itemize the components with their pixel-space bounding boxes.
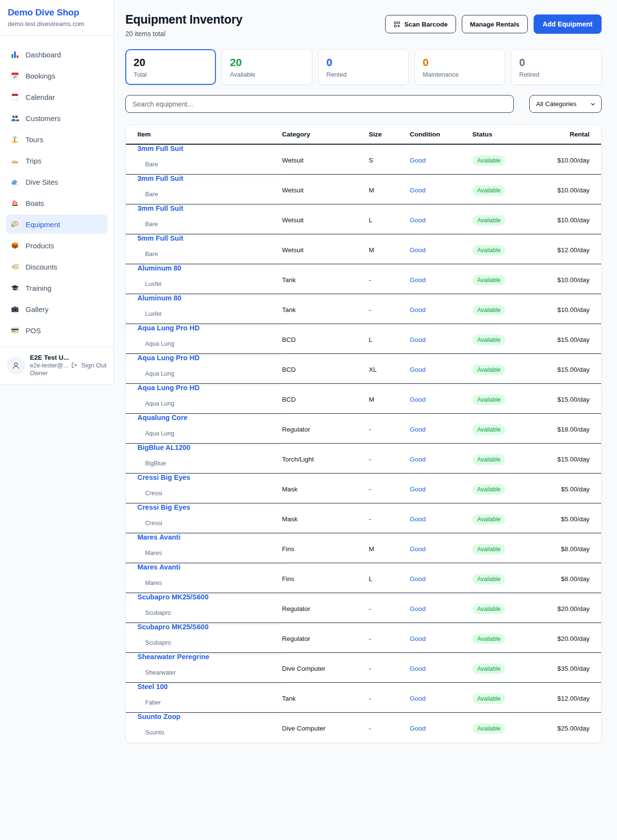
sidebar-item-tours[interactable]: Tours [6, 130, 107, 149]
item-category: Dive Computer [282, 665, 369, 672]
stat-card-maintenance[interactable]: 0 Maintenance [415, 49, 505, 85]
category-filter-value: All Categories [536, 100, 577, 108]
item-name-link[interactable]: Aluminum 80 [137, 294, 282, 302]
table-row-scubapro-mk25-s600: Scubapro MK25/S600 Scubapro Regulator - … [126, 623, 601, 653]
item-cell: 5mm Full Suit Bare [137, 234, 282, 266]
item-condition-link[interactable]: Good [410, 306, 472, 313]
stat-card-total[interactable]: 20 Total [125, 49, 216, 85]
sidebar-item-discounts[interactable]: Discounts [6, 257, 107, 276]
item-condition-link[interactable]: Good [410, 246, 472, 254]
item-rental: $12.00/day [550, 695, 590, 702]
item-name-link[interactable]: Scubapro MK25/S600 [137, 593, 282, 601]
item-name-link[interactable]: Steel 100 [137, 683, 282, 691]
item-name-link[interactable]: 3mm Full Suit [137, 145, 282, 152]
scan-barcode-button[interactable]: Scan Barcode [385, 15, 456, 33]
item-condition-link[interactable]: Good [410, 456, 472, 463]
item-condition-link[interactable]: Good [410, 665, 472, 672]
item-cell: BigBlue AL1200 BigBlue [137, 444, 282, 475]
stat-card-rented[interactable]: 0 Rented [318, 49, 409, 85]
item-condition-link[interactable]: Good [410, 635, 472, 642]
item-brand: Mares [137, 572, 282, 595]
item-condition-link[interactable]: Good [410, 276, 472, 284]
item-cell: Suunto Zoop Suunto [137, 713, 282, 743]
status-cell: Available [472, 305, 550, 315]
category-filter-select[interactable]: All Categories [529, 95, 602, 113]
item-condition-link[interactable]: Good [410, 725, 472, 732]
item-cell: Scubapro MK25/S600 Scubapro [137, 593, 282, 624]
add-equipment-button[interactable]: Add Equipment [534, 14, 602, 34]
item-condition-link[interactable]: Good [410, 187, 472, 194]
item-rental: $10.00/day [550, 157, 590, 164]
sidebar-item-boats[interactable]: Boats [6, 193, 107, 213]
item-cell: Aluminum 80 Luxfer [137, 264, 282, 296]
item-brand: Shearwater [137, 662, 282, 684]
item-condition-link[interactable]: Good [410, 695, 472, 702]
sidebar-item-calendar[interactable]: Calendar [6, 87, 107, 107]
sidebar-item-bookings[interactable]: 17 Bookings [6, 66, 107, 85]
item-condition-link[interactable]: Good [410, 575, 472, 583]
item-name-link[interactable]: 3mm Full Suit [137, 175, 282, 182]
header-actions: Scan Barcode Manage Rentals Add Equipmen… [385, 14, 602, 34]
item-brand: Bare [137, 244, 282, 266]
stat-card-available[interactable]: 20 Available [222, 49, 312, 85]
sidebar-item-gallery[interactable]: Gallery [6, 299, 107, 319]
add-equipment-label: Add Equipment [543, 20, 592, 28]
item-name-link[interactable]: Aqua Lung Pro HD [137, 384, 282, 392]
item-name-link[interactable]: BigBlue AL1200 [137, 444, 282, 451]
item-condition-link[interactable]: Good [410, 515, 472, 523]
sidebar-item-training[interactable]: Training [6, 278, 107, 298]
item-condition-link[interactable]: Good [410, 545, 472, 553]
item-name-link[interactable]: Mares Avanti [137, 533, 282, 541]
sidebar-item-dashboard[interactable]: Dashboard [6, 45, 107, 64]
item-condition-link[interactable]: Good [410, 157, 472, 164]
status-cell: Available [472, 723, 550, 734]
brand-header: Demo Dive Shop demo.test.divestreams.com [0, 0, 113, 36]
stat-card-retired[interactable]: 0 Retired [511, 49, 602, 85]
sidebar-item-trips[interactable]: Trips [6, 151, 107, 170]
item-condition-link[interactable]: Good [410, 486, 472, 493]
item-name-link[interactable]: Cressi Big Eyes [137, 503, 282, 511]
item-condition-link[interactable]: Good [410, 336, 472, 343]
item-condition-link[interactable]: Good [410, 396, 472, 403]
shop-name[interactable]: Demo Dive Shop [8, 7, 106, 18]
item-name-link[interactable]: Aluminum 80 [137, 264, 282, 272]
item-size: - [369, 276, 410, 284]
sign-out-button[interactable]: Sign Out [71, 362, 107, 369]
item-name-link[interactable]: 5mm Full Suit [137, 234, 282, 242]
status-badge: Available [472, 604, 505, 614]
manage-rentals-button[interactable]: Manage Rentals [462, 15, 528, 33]
table-row-scubapro-mk25-s600: Scubapro MK25/S600 Scubapro Regulator - … [126, 593, 601, 623]
sidebar-item-customers[interactable]: Customers [6, 108, 107, 128]
user-section: E2E Test U... e2e-tester@... Owner Sign … [0, 347, 113, 384]
item-name-link[interactable]: Shearwater Peregrine [137, 653, 282, 661]
item-name-link[interactable]: Aqualung Core [137, 414, 282, 421]
sidebar-item-products[interactable]: Products [6, 236, 107, 255]
item-rental: $8.00/day [550, 545, 590, 553]
status-badge: Available [472, 305, 505, 315]
item-cell: Steel 100 Faber [137, 683, 282, 714]
item-name-link[interactable]: Cressi Big Eyes [137, 474, 282, 481]
sidebar-item-pos[interactable]: POS [6, 321, 107, 340]
item-name-link[interactable]: Aqua Lung Pro HD [137, 354, 282, 362]
item-condition-link[interactable]: Good [410, 217, 472, 224]
item-condition-link[interactable]: Good [410, 426, 472, 433]
sidebar-nav: Dashboard 17 Bookings Calendar Customers… [0, 36, 113, 347]
item-size: - [369, 605, 410, 612]
item-condition-link[interactable]: Good [410, 605, 472, 612]
item-rental: $12.00/day [550, 246, 590, 254]
item-name-link[interactable]: Scubapro MK25/S600 [137, 623, 282, 631]
item-name-link[interactable]: 3mm Full Suit [137, 204, 282, 212]
sidebar-item-label: Products [26, 242, 54, 250]
diving-mask-icon [11, 220, 19, 229]
sidebar-item-dive-sites[interactable]: Dive Sites [6, 172, 107, 191]
item-name-link[interactable]: Aqua Lung Pro HD [137, 324, 282, 332]
item-name-link[interactable]: Suunto Zoop [137, 713, 282, 720]
item-rental: $5.00/day [550, 515, 590, 523]
item-condition-link[interactable]: Good [410, 366, 472, 373]
search-input[interactable] [125, 95, 514, 113]
stat-label: Rented [326, 71, 401, 78]
item-cell: Cressi Big Eyes Cressi [137, 474, 282, 505]
item-name-link[interactable]: Mares Avanti [137, 563, 282, 571]
item-size: M [369, 187, 410, 194]
sidebar-item-equipment[interactable]: Equipment [6, 215, 107, 234]
